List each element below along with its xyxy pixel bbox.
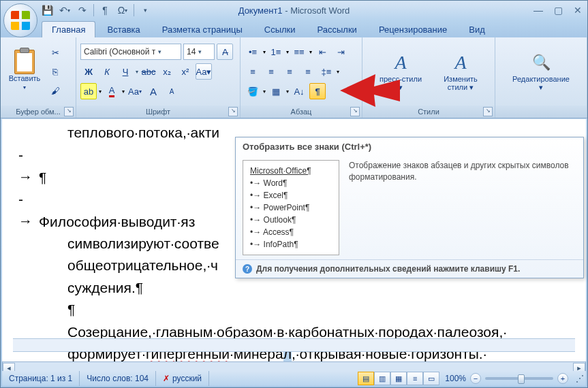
- tab-layout[interactable]: Разметка страницы: [152, 21, 253, 37]
- indent-inc-button[interactable]: ⇥: [332, 44, 349, 60]
- zoom-slider[interactable]: [485, 377, 553, 380]
- title-bar: 💾 ↶▾ ↷ ¶ Ω▾ ▾ Документ1 - Microsoft Word…: [1, 1, 587, 20]
- qat-redo[interactable]: ↷: [76, 3, 89, 17]
- underline-button[interactable]: Ч: [117, 63, 134, 80]
- tab-review[interactable]: Рецензирование: [369, 21, 457, 37]
- tab-insert[interactable]: Вставка: [97, 21, 150, 37]
- horizontal-ruler[interactable]: [13, 338, 575, 352]
- indent-dec-button[interactable]: ⇤: [314, 44, 330, 60]
- multilevel-button[interactable]: ≡≡: [291, 44, 307, 60]
- cut-button[interactable]: ✂: [47, 44, 63, 61]
- office-logo-icon: [11, 11, 30, 30]
- status-language[interactable]: ✗ русский: [156, 371, 209, 386]
- styles-dialog-launcher[interactable]: ↘: [483, 107, 493, 116]
- align-left-button[interactable]: ≡: [245, 63, 261, 80]
- font-name-combo[interactable]: Calibri (Основной т▾: [80, 44, 181, 60]
- status-words[interactable]: Число слов: 104: [80, 371, 156, 386]
- tooltip-show-marks: Отобразить все знаки (Ctrl+*) Microsoft·…: [235, 137, 584, 278]
- status-page[interactable]: Страница: 1 из 1: [2, 371, 80, 386]
- tooltip-description: Отображение знаков абзацев и других скры…: [349, 160, 576, 255]
- quick-access-toolbar: 💾 ↶▾ ↷ ¶ Ω▾ ▾: [40, 3, 152, 17]
- omega-icon: Ω: [118, 5, 125, 16]
- group-paragraph: •≡▾ 1≡▾ ≡≡▾ ⇤ ⇥ ≡ ≡ ≡ ≡ ‡≡▾ 🪣▾ ▦▾ A↓: [241, 37, 362, 118]
- undo-icon: ↶: [59, 5, 67, 16]
- shrink-font-button[interactable]: A: [164, 83, 180, 99]
- italic-button[interactable]: К: [99, 63, 115, 80]
- styles-icon: A: [394, 52, 406, 74]
- group-clipboard-label: Буфер обм...: [16, 108, 61, 116]
- format-painter-button[interactable]: 🖌: [47, 82, 63, 99]
- qat-pilcrow[interactable]: ¶: [98, 3, 112, 17]
- highlight-button[interactable]: ab: [80, 83, 97, 99]
- group-font-label: Шрифт: [146, 108, 170, 116]
- view-print-layout[interactable]: ▤: [358, 372, 374, 385]
- group-editing: 🔍 Редактирование▾: [495, 37, 587, 118]
- group-para-label: Абзац: [291, 108, 312, 116]
- qat-undo[interactable]: ↶▾: [58, 3, 72, 17]
- zoom-in-button[interactable]: +: [557, 373, 568, 384]
- superscript-button[interactable]: x²: [177, 63, 194, 80]
- qat-customize[interactable]: ▾: [138, 3, 152, 17]
- font-color-button[interactable]: A: [104, 83, 120, 99]
- zoom-control: 100% − +: [439, 373, 574, 384]
- bullets-button[interactable]: •≡: [245, 44, 261, 60]
- text-effects-button[interactable]: Aa▾: [127, 83, 143, 99]
- numbering-button[interactable]: 1≡: [268, 44, 284, 60]
- tab-home[interactable]: Главная: [42, 21, 95, 37]
- align-center-button[interactable]: ≡: [263, 63, 279, 80]
- view-full-read[interactable]: ▥: [374, 372, 390, 385]
- font-size-combo[interactable]: 14▾: [183, 44, 215, 60]
- save-icon: 💾: [42, 5, 53, 16]
- copy-button[interactable]: ⎘: [47, 63, 63, 80]
- group-font: Calibri (Основной т▾ 14▾ A̶ Ж К Ч ▾ abc …: [76, 37, 241, 118]
- ribbon: Вставить▾ ✂ ⎘ 🖌 Буфер обм...↘ Calibri (О…: [1, 37, 587, 118]
- window-title: Документ1 - Microsoft Word: [238, 5, 350, 16]
- bold-button[interactable]: Ж: [80, 63, 97, 80]
- font-dialog-launcher[interactable]: ↘: [228, 107, 238, 116]
- view-outline[interactable]: ≡: [407, 372, 423, 385]
- justify-button[interactable]: ≡: [300, 63, 316, 80]
- group-clipboard: Вставить▾ ✂ ⎘ 🖌 Буфер обм...↘: [1, 37, 76, 118]
- redo-icon: ↷: [78, 5, 87, 16]
- qat-symbol[interactable]: Ω▾: [116, 3, 129, 17]
- tab-mailings[interactable]: Рассылки: [307, 21, 367, 37]
- paste-button[interactable]: Вставить▾: [5, 40, 44, 103]
- editing-button[interactable]: 🔍 Редактирование▾: [521, 40, 561, 103]
- pilcrow-icon: ¶: [102, 5, 108, 16]
- tab-view[interactable]: Вид: [459, 21, 495, 37]
- change-styles-button[interactable]: A Изменить стили ▾: [434, 40, 487, 103]
- office-button[interactable]: [3, 3, 37, 37]
- tab-references[interactable]: Ссылки: [254, 21, 306, 37]
- subscript-button[interactable]: x₂: [159, 63, 175, 80]
- zoom-out-button[interactable]: −: [470, 373, 481, 384]
- change-case-button[interactable]: Aa▾: [196, 63, 212, 80]
- close-button[interactable]: ✕: [574, 5, 582, 16]
- clipboard-dialog-launcher[interactable]: ↘: [64, 107, 74, 116]
- clipboard-icon: [14, 50, 35, 74]
- tooltip-footer: ? Для получения дополнительных сведений …: [236, 259, 583, 278]
- clear-format-button[interactable]: A̶: [217, 44, 233, 60]
- align-right-button[interactable]: ≡: [281, 63, 298, 80]
- maximize-button[interactable]: ▢: [554, 5, 563, 16]
- quick-styles-button[interactable]: A пресс-стили▾: [370, 40, 431, 103]
- minimize-button[interactable]: —: [533, 5, 543, 16]
- qat-save[interactable]: 💾: [40, 3, 54, 17]
- line-spacing-button[interactable]: ‡≡: [318, 63, 335, 80]
- tooltip-title: Отобразить все знаки (Ctrl+*): [236, 138, 583, 156]
- view-draft[interactable]: ▭: [423, 372, 439, 385]
- zoom-level[interactable]: 100%: [445, 374, 466, 383]
- borders-button[interactable]: ▦: [268, 83, 284, 99]
- tooltip-sample: Microsoft·Office¶ •→ Word¶ •→ Excel¶ •→ …: [243, 160, 339, 255]
- grow-font-button[interactable]: A: [145, 83, 161, 99]
- group-styles-label: Стили: [418, 108, 439, 116]
- shading-button[interactable]: 🪣: [245, 83, 261, 99]
- spellcheck-icon: ✗: [163, 374, 170, 383]
- para-dialog-launcher[interactable]: ↘: [350, 107, 360, 116]
- sort-button[interactable]: A↓: [291, 83, 307, 99]
- group-styles: A пресс-стили▾ A Изменить стили ▾ Стили↘: [362, 37, 495, 118]
- show-marks-button[interactable]: ¶: [309, 83, 326, 99]
- resize-grip[interactable]: ⋰: [574, 374, 586, 383]
- strike-button[interactable]: abc: [140, 63, 157, 80]
- help-icon: ?: [243, 264, 252, 274]
- view-web[interactable]: ▦: [390, 372, 407, 385]
